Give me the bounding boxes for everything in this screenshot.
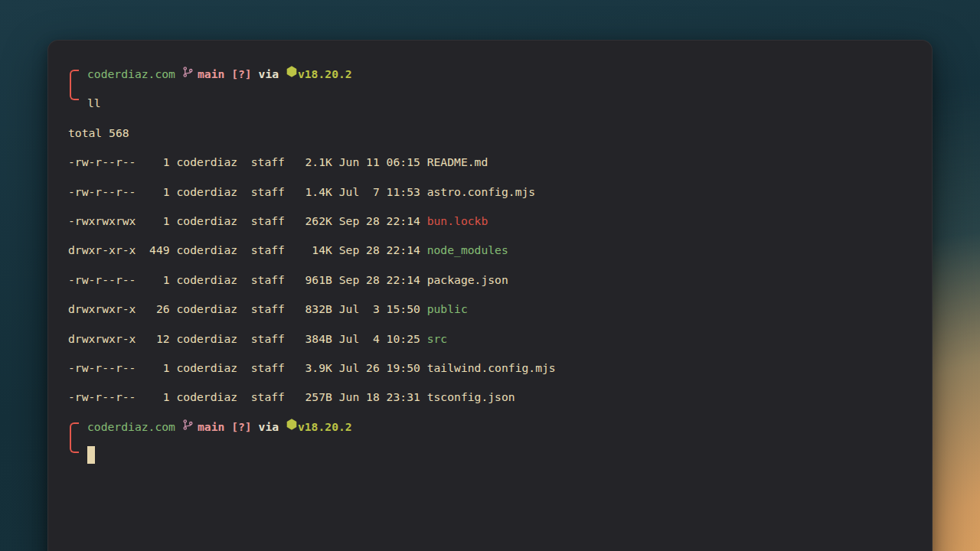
git-branch-icon [182, 412, 194, 442]
nodejs-icon [286, 60, 298, 89]
file-name: README.md [427, 155, 488, 168]
via-label: via [252, 60, 286, 89]
ls-row: -rw-r--r-- 1 coderdiaz staff 3.9K Jul 26… [68, 354, 909, 383]
ls-row: -rw-r--r-- 1 coderdiaz staff 961B Sep 28… [68, 266, 909, 295]
git-branch-label: main [?] [198, 412, 252, 442]
ls-row: -rw-r--r-- 1 coderdiaz staff 257B Jun 18… [68, 383, 909, 412]
folder-name: src [427, 332, 448, 345]
ls-row: drwxrwxr-x 12 coderdiaz staff 384B Jul 4… [68, 324, 909, 354]
ls-row: -rwxrwxrwx 1 coderdiaz staff 262K Sep 28… [68, 207, 909, 236]
terminal-cursor [87, 446, 95, 464]
ls-row: -rw-r--r-- 1 coderdiaz staff 1.4K Jul 7 … [68, 178, 909, 207]
git-branch-label: main [?] [198, 60, 252, 89]
command-line: ll [87, 89, 909, 118]
prompt-block-2: coderdiaz.commain [?] via v18.20.2 [68, 412, 909, 471]
node-version-label: v18.20.2 [298, 412, 352, 442]
prompt-hostname: coderdiaz.com [87, 412, 175, 442]
ls-row: drwxrwxr-x 26 coderdiaz staff 832B Jul 3… [68, 295, 909, 324]
prompt-line: coderdiaz.commain [?] via v18.20.2 [87, 60, 909, 89]
file-name: tailwind.config.mjs [427, 361, 556, 374]
nodejs-icon [286, 412, 298, 442]
typed-command: ll [87, 89, 101, 118]
via-label: via [252, 412, 286, 442]
input-line[interactable] [87, 442, 909, 471]
terminal-window[interactable]: coderdiaz.commain [?] via v18.20.2 ll to… [47, 40, 933, 551]
prompt-line: coderdiaz.commain [?] via v18.20.2 [87, 412, 909, 442]
file-name: tsconfig.json [427, 390, 515, 403]
folder-name: public [427, 302, 468, 315]
prompt-bracket-icon [70, 422, 79, 453]
prompt-block-1: coderdiaz.commain [?] via v18.20.2 ll [68, 60, 909, 119]
terminal-content: coderdiaz.commain [?] via v18.20.2 ll to… [48, 41, 932, 471]
prompt-bracket-icon [70, 70, 79, 100]
total-line: total 568 [68, 119, 909, 148]
git-branch-icon [182, 60, 194, 89]
file-name: package.json [427, 273, 508, 286]
node-version-label: v18.20.2 [298, 60, 352, 89]
file-name: bun.lockb [427, 214, 488, 227]
ls-row: drwxr-xr-x 449 coderdiaz staff 14K Sep 2… [68, 236, 909, 265]
ls-row: -rw-r--r-- 1 coderdiaz staff 2.1K Jun 11… [68, 148, 909, 177]
folder-name: node_modules [427, 243, 508, 256]
file-name: astro.config.mjs [427, 185, 535, 198]
prompt-hostname: coderdiaz.com [87, 60, 175, 89]
